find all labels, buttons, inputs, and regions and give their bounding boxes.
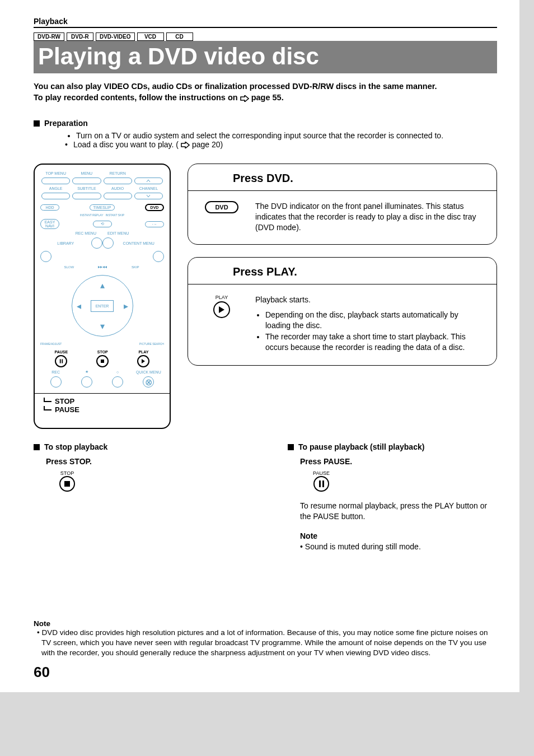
stop-label: STOP bbox=[60, 470, 74, 476]
square-bullet-icon bbox=[34, 120, 40, 127]
badge-cd: CD bbox=[166, 32, 193, 41]
remote-button bbox=[102, 237, 114, 249]
footnote-body: • DVD video disc provides high resolutio… bbox=[41, 628, 497, 659]
content-menu-button bbox=[153, 251, 164, 262]
arrow-icon bbox=[240, 94, 249, 101]
preparation-list: Turn on a TV or audio system and select … bbox=[46, 131, 497, 149]
angle-icon bbox=[41, 193, 70, 199]
stop-button bbox=[96, 355, 109, 367]
step-2-title: Press PLAY. bbox=[233, 265, 485, 278]
square-bullet-icon bbox=[34, 444, 40, 450]
prep-item-1: Turn on a TV or audio system and select … bbox=[76, 131, 497, 140]
subtitle-icon bbox=[72, 193, 101, 199]
step-1-box: Press DVD. DVD The DVD indicator on the … bbox=[188, 164, 497, 245]
badge-dvd-rw: DVD-RW bbox=[34, 32, 64, 41]
remote-button bbox=[41, 178, 70, 184]
rewind-icon: ▸▸ bbox=[98, 264, 102, 269]
audio-icon bbox=[104, 193, 132, 199]
timeslip-button: TIMESLIP bbox=[90, 204, 115, 211]
step-2-bullet-1: Depending on the disc, playback starts a… bbox=[265, 310, 485, 331]
stop-button-icon bbox=[59, 476, 75, 492]
preparation-heading: Preparation bbox=[44, 119, 88, 128]
instant-replay-button: ⟲ bbox=[93, 221, 112, 227]
pause-section: To pause playback (still playback) Press… bbox=[288, 442, 497, 552]
pause-label: PAUSE bbox=[55, 405, 79, 414]
intro-line2a: To play recorded contents, follow the in… bbox=[34, 92, 238, 104]
remote-button bbox=[81, 376, 92, 388]
remote-button bbox=[104, 178, 132, 184]
intro-line2b: page 55. bbox=[251, 92, 284, 104]
pause-resume-text: To resume normal playback, press the PLA… bbox=[300, 501, 497, 522]
enter-button: ENTER bbox=[91, 300, 114, 312]
dvd-button-icon: DVD bbox=[205, 201, 238, 213]
disc-type-badges: DVD-RW DVD-R DVD-VIDEO VCD CD bbox=[34, 32, 497, 41]
right-icon: ▸ bbox=[124, 301, 128, 311]
left-icon: ◂ bbox=[77, 301, 81, 311]
pause-note-head: Note bbox=[300, 531, 497, 542]
intro-text: You can also play VIDEO CDs, audio CDs o… bbox=[34, 81, 497, 103]
pause-button-icon bbox=[313, 476, 329, 492]
rec-button bbox=[50, 376, 62, 388]
quick-menu-button: ⊗ bbox=[143, 376, 154, 388]
badge-dvd-r: DVD-R bbox=[67, 32, 93, 41]
divider bbox=[34, 27, 497, 28]
forward-icon: ◂◂ bbox=[102, 264, 107, 269]
stop-label: STOP bbox=[55, 397, 74, 405]
down-icon: ▾ bbox=[100, 321, 105, 332]
page-title: Playing a DVD video disc bbox=[34, 41, 497, 73]
footnote: Note • DVD video disc provides high reso… bbox=[34, 619, 497, 659]
stop-heading: To stop playback bbox=[44, 442, 107, 451]
arrow-icon bbox=[181, 141, 190, 148]
pause-sub: Press PAUSE. bbox=[300, 457, 497, 466]
page-number: 60 bbox=[34, 664, 497, 681]
step-1-title: Press DVD. bbox=[233, 172, 485, 185]
badge-vcd: VCD bbox=[137, 32, 164, 41]
dvd-button: DVD bbox=[145, 204, 164, 211]
square-bullet-icon bbox=[288, 444, 294, 450]
remote-button bbox=[72, 178, 101, 184]
chevron-up-icon bbox=[146, 179, 151, 183]
up-icon: ▴ bbox=[100, 280, 105, 291]
hdd-button: HDD bbox=[40, 204, 59, 211]
remote-button bbox=[112, 376, 123, 388]
easy-navi-button: EASY NAVI bbox=[40, 219, 59, 229]
instant-skip-button: ·→ bbox=[145, 221, 164, 227]
footnote-head: Note bbox=[34, 619, 497, 628]
remote-button bbox=[91, 237, 102, 249]
step-2-lead: Playback starts. bbox=[255, 295, 485, 305]
manual-page: Playback DVD-RW DVD-R DVD-VIDEO VCD CD P… bbox=[0, 0, 519, 692]
badge-dvd-video: DVD-VIDEO bbox=[96, 32, 135, 41]
play-button-icon bbox=[213, 301, 230, 318]
pause-heading: To pause playback (still playback) bbox=[298, 442, 424, 451]
remote-diagram: TOP MENU MENU RETURN ANGLE SUBTITLE bbox=[34, 164, 171, 429]
stop-sub: Press STOP. bbox=[46, 457, 243, 466]
intro-line1: You can also play VIDEO CDs, audio CDs o… bbox=[34, 81, 497, 92]
stop-section: To stop playback Press STOP. STOP bbox=[34, 442, 243, 552]
remote-button bbox=[134, 193, 163, 199]
step-2-box: Press PLAY. PLAY Playback starts. Depend… bbox=[188, 257, 497, 366]
remote-button bbox=[134, 178, 163, 184]
pause-button bbox=[55, 355, 67, 367]
prep-item-2: Load a disc you want to play. ( page 20) bbox=[65, 140, 497, 149]
step-2-bullet-2: The recorder may take a short time to st… bbox=[265, 332, 485, 353]
library-button bbox=[40, 251, 51, 262]
play-button bbox=[137, 355, 149, 367]
play-label: PLAY bbox=[216, 295, 228, 300]
section-header: Playback bbox=[34, 17, 497, 26]
pause-label: PAUSE bbox=[313, 470, 330, 476]
pause-note-body: • Sound is muted during still mode. bbox=[300, 542, 497, 552]
direction-pad: ▴ ▾ ◂ ▸ ENTER bbox=[72, 275, 133, 337]
chevron-down-icon bbox=[146, 194, 151, 198]
step-1-text: The DVD indicator on the front panel ill… bbox=[255, 201, 485, 233]
